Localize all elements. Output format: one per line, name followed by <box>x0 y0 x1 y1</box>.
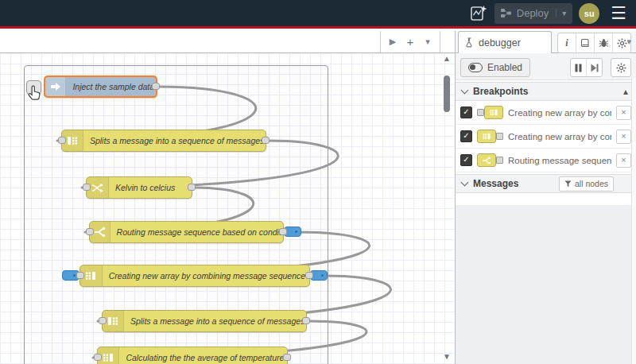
sidebar-tab-bar: debugger i ▾ <box>456 31 636 53</box>
info-icon: i <box>565 37 568 49</box>
funnel-icon <box>564 180 572 188</box>
breakpoints-section-header[interactable]: Breakpoints ▲ <box>456 82 636 101</box>
hamburger-icon: ☰ <box>611 3 626 23</box>
user-avatar[interactable]: su <box>579 3 599 24</box>
remove-breakpoint-button[interactable]: × <box>616 130 631 144</box>
ai-assistant-icon <box>469 4 488 23</box>
toggle-on-icon <box>468 63 483 72</box>
breakpoint-checkbox[interactable]: ✓ <box>460 130 472 142</box>
node-label: Creating new array by combining message … <box>103 265 309 286</box>
breakpoint-row[interactable]: ✓ Creating new array by combini × <box>456 125 636 149</box>
breakpoint-label: Routing message sequence ba <box>508 156 611 165</box>
canvas-vertical-scrollbar[interactable]: ▲ ▼ <box>442 55 452 361</box>
output-port[interactable] <box>283 354 291 361</box>
main-area: Inject the sample data Splits a message … <box>0 31 636 364</box>
node-label: Splits a message into a sequence of mess… <box>83 130 266 151</box>
output-port[interactable] <box>305 272 313 279</box>
bug-icon <box>599 38 609 48</box>
messages-title: Messages <box>473 178 518 189</box>
output-port[interactable] <box>188 184 196 191</box>
input-port[interactable] <box>99 317 107 324</box>
book-icon <box>580 38 590 48</box>
node-label: Routing message sequence based on condit… <box>111 222 283 242</box>
output-port[interactable] <box>302 317 310 324</box>
tab-debugger-label: debugger <box>479 37 521 48</box>
scroll-down-icon[interactable]: ▼ <box>443 353 451 361</box>
sidebar-icon-buttons: i <box>557 33 631 53</box>
input-port[interactable] <box>58 137 66 144</box>
workspace-tab-controls: ▶ + ▾ <box>380 31 440 52</box>
main-menu-button[interactable]: ☰ <box>611 5 626 22</box>
cursor-hand-icon <box>28 85 42 101</box>
node-label: Kelvin to celcius <box>109 177 181 198</box>
breakpoint-row[interactable]: ✓ Routing message sequence ba × <box>456 149 636 172</box>
scrollbar-thumb[interactable] <box>444 76 450 112</box>
flow-list-button[interactable]: ▾ <box>421 35 435 49</box>
debugger-toolbar: Enabled <box>456 53 636 80</box>
breakpoints-title: Breakpoints <box>473 86 528 97</box>
tab-debugger[interactable]: debugger <box>458 31 552 53</box>
panel-scroll-up-icon[interactable]: ▲ <box>622 87 630 96</box>
node-red-editor: Deploy ▾ su ☰ <box>0 0 636 364</box>
input-port[interactable] <box>76 272 84 279</box>
remove-breakpoint-button[interactable]: × <box>616 153 631 168</box>
debug-tab-button[interactable] <box>595 33 613 52</box>
flask-icon <box>465 37 474 48</box>
sidebar-menu-caret[interactable]: ▾ <box>626 37 631 47</box>
switch-node-output-icon <box>477 153 503 167</box>
flow-node-split-2[interactable]: Splits a message into a sequence of mess… <box>102 310 307 332</box>
messages-empty-area <box>456 205 636 364</box>
pause-button[interactable] <box>571 59 587 76</box>
breakpoint-checkbox[interactable]: ✓ <box>460 106 472 118</box>
join-node-output-icon <box>477 130 503 143</box>
chevron-down-icon <box>461 87 469 95</box>
gear-icon <box>616 63 626 73</box>
inject-icon <box>45 77 66 96</box>
scroll-up-icon[interactable]: ▲ <box>443 55 451 63</box>
flow-canvas[interactable]: Inject the sample data Splits a message … <box>0 31 455 364</box>
debugger-settings-button[interactable] <box>611 58 631 77</box>
info-tab-button[interactable]: i <box>558 33 576 52</box>
tab-scroll-right-button[interactable]: ▶ <box>386 35 400 49</box>
step-button[interactable] <box>587 59 602 76</box>
debug-sidebar: debugger i ▾ <box>455 31 636 364</box>
messages-empty-row <box>456 193 636 206</box>
chevron-down-icon <box>461 179 469 187</box>
input-port[interactable] <box>94 354 102 361</box>
flow-node-split-1[interactable]: Splits a message into a sequence of mess… <box>61 130 266 152</box>
breakpoint-checkbox[interactable]: ✓ <box>460 154 472 166</box>
deploy-label: Deploy <box>517 7 549 19</box>
breakpoint-label: Creating new array by combini <box>508 108 611 118</box>
node-label: Inject the sample data <box>66 77 156 96</box>
output-port[interactable] <box>262 137 270 144</box>
output-port[interactable] <box>152 83 160 90</box>
debugger-enabled-toggle[interactable]: Enabled <box>460 58 530 77</box>
input-port[interactable] <box>86 228 94 235</box>
flow-node-join-2[interactable]: Calculating the the average of temperatu… <box>97 347 288 364</box>
deploy-options-caret[interactable]: ▾ <box>556 9 566 17</box>
playback-controls <box>570 58 603 77</box>
flow-node-inject[interactable]: Inject the sample data <box>44 76 157 98</box>
message-filter-button[interactable]: all nodes <box>559 176 614 192</box>
add-flow-button[interactable]: + <box>403 35 417 49</box>
deploy-icon <box>501 8 511 18</box>
breakpoint-row[interactable]: ✓ Creating new array by combini × <box>456 101 636 125</box>
sidebar-scrollbar-track[interactable] <box>631 79 636 364</box>
output-port[interactable] <box>279 228 287 235</box>
deploy-button[interactable]: Deploy ▾ <box>494 3 573 24</box>
messages-section-header[interactable]: Messages all nodes <box>456 174 636 193</box>
breakpoint-label: Creating new array by combini <box>508 132 611 141</box>
input-port[interactable] <box>83 184 91 191</box>
flow-node-join-1[interactable]: Creating new array by combining message … <box>80 265 310 287</box>
gear-icon <box>617 38 627 48</box>
flow-node-change[interactable]: Kelvin to celcius <box>86 176 192 199</box>
header-bar: Deploy ▾ su ☰ <box>0 0 636 29</box>
filter-label: all nodes <box>575 179 608 188</box>
remove-breakpoint-button[interactable]: × <box>616 106 631 120</box>
join-node-input-icon <box>477 106 503 119</box>
step-forward-icon <box>591 64 599 72</box>
ai-assistant-button[interactable] <box>469 3 488 24</box>
flow-node-switch[interactable]: Routing message sequence based on condit… <box>89 221 284 243</box>
help-tab-button[interactable] <box>576 33 595 52</box>
pause-icon <box>575 64 582 72</box>
